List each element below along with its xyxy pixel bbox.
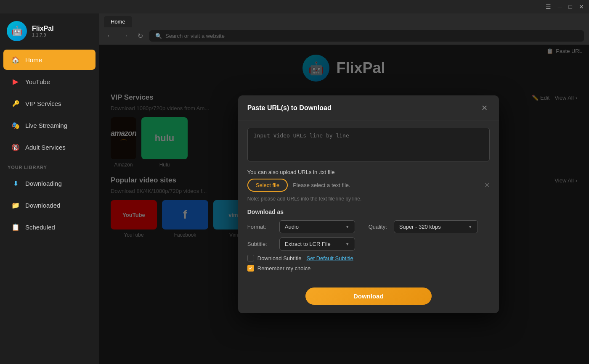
minimize-icon[interactable]: ─ <box>558 3 562 10</box>
library-label: YOUR LIBRARY <box>0 158 99 172</box>
tab-row: Home <box>99 13 589 27</box>
format-chevron-down-icon: ▼ <box>345 224 350 229</box>
upload-label: You can also upload URLs in .txt file <box>247 169 490 175</box>
modal-title: Paste URL(s) to Download <box>247 104 332 112</box>
live-streaming-icon: 🎭 <box>11 121 20 130</box>
tab-home[interactable]: Home <box>104 16 132 27</box>
sidebar-item-vip-services[interactable]: 🔑 VIP Services <box>3 93 96 113</box>
search-icon: 🔍 <box>155 33 162 39</box>
menu-icon[interactable]: ☰ <box>546 3 551 10</box>
home-icon: 🏠 <box>11 55 20 64</box>
quality-select[interactable]: Super - 320 kbps ▼ <box>394 220 478 233</box>
remember-choice-label: Remember my choice <box>257 265 310 272</box>
sidebar-item-live-streaming[interactable]: 🎭 Live Streaming <box>3 115 96 135</box>
download-subtitle-label: Download Subtitle <box>257 255 302 261</box>
logo-area: 🤖 FlixPal 1.1.7.9 <box>0 13 99 49</box>
address-bar[interactable]: 🔍 Search or visit a website <box>149 30 584 42</box>
upload-dismiss-button[interactable]: ✕ <box>484 181 490 189</box>
app-logo-icon: 🤖 <box>7 21 27 41</box>
download-as-label: Download as <box>247 208 490 215</box>
subtitle-chevron-down-icon: ▼ <box>345 242 350 246</box>
download-subtitle-row: Download Subtitle Set Default Subtitle <box>247 255 490 261</box>
note-text: Note: please add URLs into the text file… <box>247 196 490 202</box>
sidebar-item-vip-label: VIP Services <box>25 100 61 107</box>
subtitle-selected-value: Extract to LCR File <box>285 241 331 247</box>
robot-icon: 🤖 <box>11 26 23 37</box>
sidebar-item-live-streaming-label: Live Streaming <box>25 122 67 129</box>
sidebar-item-downloaded-label: Downloaded <box>25 202 60 209</box>
sidebar-item-youtube[interactable]: ▶ YouTube <box>3 71 96 92</box>
sidebar-item-adult-label: Adult Services <box>25 144 66 151</box>
downloaded-icon: 📁 <box>11 200 20 210</box>
upload-hint: Please select a text file. <box>293 182 350 188</box>
sidebar-item-downloaded[interactable]: 📁 Downloaded <box>3 195 96 215</box>
modal-body: You can also upload URLs in .txt file Se… <box>238 121 499 282</box>
format-label: Format: <box>247 224 273 230</box>
quality-selected-value: Super - 320 kbps <box>399 224 441 230</box>
sidebar-item-youtube-label: YouTube <box>25 78 50 85</box>
sidebar-item-adult-services[interactable]: 🔞 Adult Services <box>3 137 96 157</box>
download-subtitle-checkbox[interactable] <box>247 255 254 261</box>
logo-text: FlixPal 1.1.7.9 <box>32 25 54 37</box>
modal-footer: Download <box>238 282 499 313</box>
checkmark-icon: ✓ <box>249 266 252 271</box>
subtitle-select[interactable]: Extract to LCR File ▼ <box>279 237 355 251</box>
sidebar-item-home[interactable]: 🏠 Home <box>3 50 96 70</box>
app-name: FlixPal <box>32 25 54 32</box>
set-default-subtitle-link[interactable]: Set Default Subtitle <box>307 255 353 261</box>
remember-choice-checkbox[interactable]: ✓ <box>247 265 254 272</box>
modal-header: Paste URL(s) to Download ✕ <box>238 95 499 121</box>
sidebar-item-downloading-label: Downloading <box>25 180 62 187</box>
address-placeholder: Search or visit a website <box>165 33 225 39</box>
refresh-button[interactable]: ↻ <box>134 30 146 42</box>
paste-url-modal: Paste URL(s) to Download ✕ You can also … <box>238 95 499 313</box>
adult-icon: 🔞 <box>11 142 20 152</box>
nav-controls: ← → ↻ 🔍 Search or visit a website <box>99 27 589 44</box>
sidebar-item-home-label: Home <box>25 56 42 63</box>
quality-chevron-down-icon: ▼ <box>468 224 472 229</box>
format-quality-row: Format: Audio ▼ Quality: Super - 320 kbp… <box>247 220 490 233</box>
browser-bar: Home ← → ↻ 🔍 Search or visit a website <box>99 13 589 45</box>
titlebar-controls: ☰ ─ □ ✕ <box>546 3 584 10</box>
back-button[interactable]: ← <box>104 30 116 42</box>
main-content-inner: 📋 Paste URL 🤖 FlixPal VIP Services <box>99 45 589 364</box>
sidebar: 🤖 FlixPal 1.1.7.9 🏠 Home ▶ YouTube 🔑 VIP… <box>0 13 99 364</box>
download-button[interactable]: Download <box>305 288 432 305</box>
format-selected-value: Audio <box>285 224 299 230</box>
titlebar: ☰ ─ □ ✕ <box>0 0 589 13</box>
sidebar-item-downloading[interactable]: ⬇ Downloading <box>3 173 96 193</box>
url-input[interactable] <box>247 128 490 161</box>
format-select[interactable]: Audio ▼ <box>279 220 355 233</box>
modal-close-button[interactable]: ✕ <box>480 103 490 113</box>
remember-choice-row: ✓ Remember my choice <box>247 265 490 272</box>
subtitle-label: Subtitle: <box>247 241 273 247</box>
vip-icon: 🔑 <box>11 99 20 108</box>
sidebar-item-scheduled[interactable]: 📋 Scheduled <box>3 217 96 237</box>
youtube-icon: ▶ <box>11 77 20 86</box>
main-content: Home ← → ↻ 🔍 Search or visit a website 📋… <box>99 13 589 364</box>
upload-section: You can also upload URLs in .txt file Se… <box>247 169 490 192</box>
upload-row: Select file Please select a text file. ✕ <box>247 179 490 192</box>
subtitle-row: Subtitle: Extract to LCR File ▼ <box>247 237 490 251</box>
forward-button[interactable]: → <box>119 30 131 42</box>
sidebar-item-scheduled-label: Scheduled <box>25 224 55 231</box>
restore-icon[interactable]: □ <box>569 3 572 10</box>
app-container: 🤖 FlixPal 1.1.7.9 🏠 Home ▶ YouTube 🔑 VIP… <box>0 13 589 364</box>
select-file-button[interactable]: Select file <box>247 179 288 192</box>
quality-label: Quality: <box>362 224 387 230</box>
scheduled-icon: 📋 <box>11 222 20 232</box>
close-icon[interactable]: ✕ <box>579 3 584 10</box>
downloading-icon: ⬇ <box>11 179 20 188</box>
app-version: 1.1.7.9 <box>32 32 54 37</box>
